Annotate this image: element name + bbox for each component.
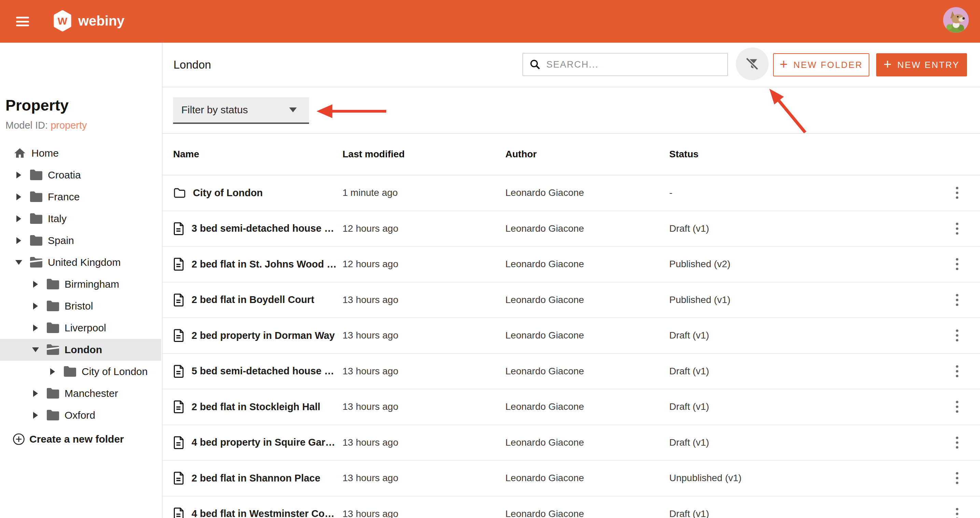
hamburger-menu-icon[interactable] (16, 17, 29, 26)
filter-by-status-label: Filter by status (181, 104, 248, 116)
row-actions-menu-button[interactable] (955, 400, 980, 413)
filter-by-status-dropdown[interactable]: Filter by status (173, 97, 309, 124)
document-icon (173, 471, 185, 485)
row-actions-menu-button[interactable] (955, 436, 980, 449)
caret-icon[interactable] (32, 412, 39, 419)
row-actions-menu-button[interactable] (955, 329, 980, 342)
sidebar-folder-item[interactable]: France (0, 186, 161, 208)
row-actions-menu-button[interactable] (955, 294, 980, 307)
table-row[interactable]: 4 bed property in Squire Gar… 13 hours a… (162, 425, 980, 461)
caret-icon[interactable] (32, 324, 39, 331)
sidebar-folder-item[interactable]: Spain (0, 230, 161, 251)
sidebar-folder-item[interactable]: Oxford (0, 404, 161, 426)
content-area: London + NEW FOLDER + NEW ENTRY Filter b… (162, 43, 980, 518)
row-actions-menu-button[interactable] (955, 472, 980, 485)
model-id-value[interactable]: property (51, 120, 87, 131)
entry-last-modified: 1 minute ago (342, 187, 505, 198)
search-input[interactable] (546, 59, 727, 70)
create-new-folder-label: Create a new folder (29, 433, 124, 445)
sidebar-item-label: Home (32, 148, 59, 159)
kebab-menu-icon (955, 365, 959, 378)
caret-icon[interactable] (15, 172, 22, 178)
caret-icon[interactable] (32, 281, 39, 288)
filter-toggle-button[interactable] (736, 48, 768, 80)
document-icon (173, 257, 185, 271)
sidebar-folder-item[interactable]: Liverpool (0, 317, 161, 339)
entry-name: 2 bed flat in Boydell Court (192, 294, 314, 305)
svg-text:W: W (58, 15, 68, 27)
sidebar-folder-item[interactable]: Italy (0, 208, 161, 230)
sidebar-folder-item[interactable]: City of London (0, 361, 161, 383)
table-row[interactable]: City of London 1 minute ago Leonardo Gia… (162, 175, 980, 211)
new-folder-button[interactable]: + NEW FOLDER (773, 53, 869, 76)
table-row[interactable]: 3 bed semi-detached house … 12 hours ago… (162, 211, 980, 247)
table-row[interactable]: 2 bed flat in Boydell Court 13 hours ago… (162, 283, 980, 318)
caret-icon[interactable] (32, 347, 39, 352)
folder-icon (45, 388, 59, 399)
table-row[interactable]: 2 bed flat in Stockleigh Hall 13 hours a… (162, 389, 980, 425)
entry-last-modified: 13 hours ago (342, 473, 505, 483)
sidebar-folder-item[interactable]: Birmingham (0, 273, 161, 295)
entry-author: Leonardo Giacone (505, 294, 669, 305)
kebab-menu-icon (955, 222, 959, 235)
sidebar-folder-item[interactable]: Manchester (0, 383, 161, 404)
model-id: Model ID: property (5, 120, 87, 131)
folder-open-icon (45, 344, 59, 356)
table-row[interactable]: 4 bed flat in Westminster Co… 13 hours a… (162, 496, 980, 518)
row-actions-menu-button[interactable] (955, 507, 980, 518)
sidebar-folder-label: United Kingdom (48, 257, 121, 268)
new-entry-button[interactable]: + NEW ENTRY (876, 53, 967, 76)
caret-icon[interactable] (15, 215, 22, 222)
folder-icon (45, 322, 59, 334)
caret-icon[interactable] (15, 260, 22, 265)
document-icon (173, 329, 185, 342)
entry-last-modified: 13 hours ago (342, 294, 505, 305)
table-row[interactable]: 2 bed flat in St. Johns Wood … 12 hours … (162, 247, 980, 283)
avatar-dog-photo (943, 7, 969, 33)
entry-author: Leonardo Giacone (505, 508, 669, 518)
sidebar-folder-label: Spain (48, 235, 74, 246)
new-folder-label: NEW FOLDER (794, 60, 863, 70)
kebab-menu-icon (955, 257, 959, 271)
document-icon (173, 222, 185, 235)
sidebar-item-home[interactable]: Home (0, 142, 161, 164)
kebab-menu-icon (955, 472, 959, 485)
caret-icon[interactable] (49, 368, 56, 375)
entry-name: 5 bed semi-detached house … (192, 365, 334, 377)
column-last-modified: Last modified (342, 149, 505, 160)
caret-icon[interactable] (15, 237, 22, 244)
sidebar-folder-item[interactable]: Bristol (0, 295, 161, 317)
caret-icon[interactable] (15, 194, 22, 200)
table-row[interactable]: 2 bed flat in Shannon Place 13 hours ago… (162, 461, 980, 496)
table-row[interactable]: 5 bed semi-detached house … 13 hours ago… (162, 354, 980, 390)
entry-name: 2 bed flat in Shannon Place (192, 473, 320, 484)
row-name-cell: 4 bed property in Squire Gar… (173, 436, 342, 450)
create-new-folder-button[interactable]: Create a new folder (0, 428, 161, 450)
entry-author: Leonardo Giacone (505, 330, 669, 341)
caret-icon[interactable] (32, 303, 39, 310)
sidebar-folder-label: Liverpool (65, 322, 106, 334)
entry-status: Published (v2) (669, 259, 842, 270)
entry-last-modified: 12 hours ago (342, 223, 505, 234)
entry-name: 2 bed flat in Stockleigh Hall (192, 401, 320, 413)
entry-author: Leonardo Giacone (505, 223, 669, 234)
chevron-down-icon (289, 108, 297, 112)
sidebar-folder-item[interactable]: London (0, 339, 161, 361)
row-actions-menu-button[interactable] (955, 257, 980, 271)
row-actions-menu-button[interactable] (955, 365, 980, 378)
row-actions-menu-button[interactable] (955, 222, 980, 235)
entry-author: Leonardo Giacone (505, 259, 669, 270)
table-row[interactable]: 2 bed property in Dorman Way 13 hours ag… (162, 318, 980, 354)
sidebar-folder-label: Bristol (65, 300, 93, 312)
entry-author: Leonardo Giacone (505, 187, 669, 198)
row-actions-menu-button[interactable] (955, 186, 980, 199)
sidebar-folder-item[interactable]: Croatia (0, 164, 161, 186)
caret-icon[interactable] (32, 390, 39, 397)
sidebar-folder-item[interactable]: United Kingdom (0, 251, 161, 273)
kebab-menu-icon (955, 294, 959, 307)
column-status: Status (669, 149, 842, 160)
entry-last-modified: 12 hours ago (342, 259, 505, 270)
user-avatar[interactable] (943, 7, 969, 33)
page-title: London (173, 58, 211, 72)
kebab-menu-icon (955, 436, 959, 449)
